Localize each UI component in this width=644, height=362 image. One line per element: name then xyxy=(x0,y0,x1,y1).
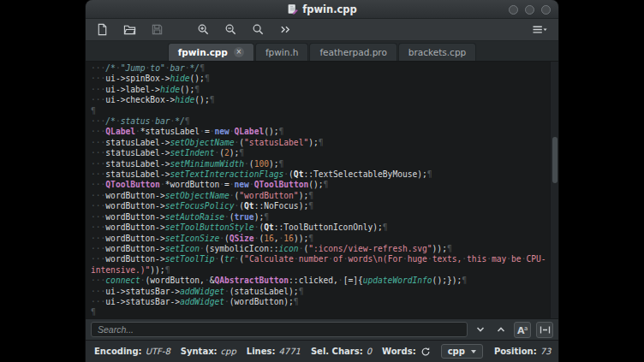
tab-featherpad-pro[interactable]: featherpad.pro xyxy=(309,43,397,61)
tab-label: brackets.cpp xyxy=(408,47,466,57)
desktop-background: fpwin.cpp xyxy=(0,0,644,362)
open-file-button[interactable] xyxy=(121,21,138,39)
minimize-button[interactable] xyxy=(509,5,518,15)
find-previous-button[interactable] xyxy=(493,322,509,337)
cursor-position: Position: 73 xyxy=(494,347,552,356)
code-editor[interactable]: ···/*·"Jump·to"·bar·*/¶···ui->spinBox->h… xyxy=(86,62,558,318)
code-line: intensive.)"));¶ xyxy=(91,265,550,276)
save-icon xyxy=(151,23,164,36)
word-count-refresh-button[interactable] xyxy=(420,347,431,357)
status-right-group: cpp Position: 73 xyxy=(441,344,552,359)
vertical-scrollbar[interactable] xyxy=(550,62,558,318)
double-chevron-right-icon xyxy=(279,23,292,36)
find-next-button[interactable] xyxy=(473,322,488,337)
menu-button[interactable] xyxy=(528,21,551,39)
tab-close-icon[interactable]: × xyxy=(234,47,244,57)
tab-fpwin-cpp[interactable]: fpwin.cpp× xyxy=(168,43,254,61)
code-line: ···wordButton->setIcon·(symbolicIcon::ic… xyxy=(91,244,550,254)
code-line: ···wordButton->setIconSize·(QSize·(16,·1… xyxy=(91,234,550,244)
status-item: Sel. Chars:0 xyxy=(311,347,372,356)
app-icon xyxy=(287,3,298,15)
toolbar xyxy=(86,19,558,41)
status-item-value: cpp xyxy=(221,347,236,356)
status-item-value: 4771 xyxy=(278,347,300,356)
tab-label: fpwin.cpp xyxy=(178,47,228,57)
code-line: ···QLabel·*statusLabel·=·new·QLabel();¶ xyxy=(91,127,550,137)
open-folder-icon xyxy=(123,23,136,36)
tab-fpwin-h[interactable]: fpwin.h xyxy=(255,43,309,61)
window-controls xyxy=(509,0,551,19)
tab-brackets-cpp[interactable]: brackets.cpp xyxy=(398,43,476,61)
title-group: fpwin.cpp xyxy=(287,3,357,15)
code-line: ···wordButton->setFocusPolicy·(Qt::NoFoc… xyxy=(91,201,550,211)
search-button[interactable] xyxy=(249,21,266,39)
zoom-in-button[interactable] xyxy=(194,21,212,39)
zoom-out-icon xyxy=(224,23,237,36)
code-line: ···connect·(wordButton,·&QAbstractButton… xyxy=(91,276,550,286)
code-line: ···ui->spinBox->hide();¶ xyxy=(91,74,550,84)
code-area[interactable]: ···/*·"Jump·to"·bar·*/¶···ui->spinBox->h… xyxy=(86,62,550,318)
code-line: ···ui->statusBar->addWidget·(statusLabel… xyxy=(91,287,550,297)
status-item-label: Words: xyxy=(382,347,416,356)
code-line: ···ui->statusBar->addWidget·(wordButton)… xyxy=(91,297,550,307)
code-line: ···wordButton->setAutoRaise·(true);¶ xyxy=(91,212,550,223)
zoom-out-button[interactable] xyxy=(222,21,239,39)
status-item: Lines:4771 xyxy=(247,347,301,356)
code-line: ···QToolButton·*wordButton·=·new·QToolBu… xyxy=(91,180,550,190)
status-item-label: Syntax: xyxy=(181,347,218,356)
status-left-group: Encoding:UTF-8Syntax:cppLines:4771Sel. C… xyxy=(94,347,431,357)
code-line: ¶ xyxy=(91,106,550,116)
status-item-value: 0 xyxy=(367,347,372,356)
save-file-button[interactable] xyxy=(148,21,165,39)
chevron-down-icon xyxy=(471,350,476,353)
syntax-selector-value: cpp xyxy=(448,347,465,356)
syntax-selector[interactable]: cpp xyxy=(441,344,483,359)
match-case-button[interactable]: Aa xyxy=(514,322,531,338)
zoom-in-icon xyxy=(197,23,210,36)
new-file-icon xyxy=(96,23,109,36)
chevron-down-icon xyxy=(475,324,486,335)
code-line: ···statusLabel->setObjectName·("statusLa… xyxy=(91,138,550,148)
search-bar: Aa xyxy=(86,318,558,340)
whole-word-icon xyxy=(540,324,551,335)
code-line: ···wordButton->setToolTip·(tr·("Calculat… xyxy=(91,254,550,264)
code-line: ···/*·status·bar·*/¶ xyxy=(91,116,550,127)
tab-label: fpwin.h xyxy=(265,47,299,57)
code-line: ···/*·"Jump·to"·bar·*/¶ xyxy=(91,63,550,74)
new-file-button[interactable] xyxy=(93,21,110,39)
scrollbar-thumb[interactable] xyxy=(552,137,558,183)
tab-label: featherpad.pro xyxy=(319,47,386,57)
svg-text:a: a xyxy=(524,325,528,332)
search-input[interactable] xyxy=(91,322,468,337)
status-item-label: Encoding: xyxy=(94,347,142,356)
code-line: ···ui->label->hide();¶ xyxy=(91,85,550,95)
close-button[interactable] xyxy=(541,5,551,15)
code-line: ···statusLabel->setMinimumWidth·(100);¶ xyxy=(91,159,550,169)
status-item: Words: xyxy=(382,347,431,357)
tab-bar: fpwin.cpp×fpwin.hfeatherpad.probrackets.… xyxy=(86,41,558,62)
position-value: 73 xyxy=(540,347,552,356)
whole-word-button[interactable] xyxy=(536,322,553,338)
status-item-label: Sel. Chars: xyxy=(311,347,363,356)
code-line: ···ui->checkBox->hide();¶ xyxy=(91,95,550,105)
refresh-icon xyxy=(420,347,431,357)
match-case-icon: Aa xyxy=(516,324,528,335)
status-item-label: Lines: xyxy=(247,347,276,356)
featherpad-window: fpwin.cpp xyxy=(86,0,558,362)
code-line: ···statusLabel->setIndent·(2);¶ xyxy=(91,148,550,158)
code-line: ¶ xyxy=(91,307,550,317)
menu-icon xyxy=(531,23,548,36)
code-line: ···wordButton->setToolButtonStyle·(Qt::T… xyxy=(91,223,550,233)
status-item: Syntax:cpp xyxy=(181,347,236,356)
window-title: fpwin.cpp xyxy=(302,3,357,15)
search-icon xyxy=(252,23,265,36)
maximize-button[interactable] xyxy=(525,5,534,15)
jump-button[interactable] xyxy=(277,21,294,39)
code-line: ···statusLabel->setTextInteractionFlags·… xyxy=(91,169,550,180)
titlebar[interactable]: fpwin.cpp xyxy=(86,0,558,19)
code-line: ···wordButton->setObjectName·("wordButto… xyxy=(91,191,550,201)
status-item: Encoding:UTF-8 xyxy=(94,347,170,356)
position-label: Position: xyxy=(494,347,537,356)
status-item-value: UTF-8 xyxy=(146,347,170,356)
chevron-up-icon xyxy=(496,324,506,335)
